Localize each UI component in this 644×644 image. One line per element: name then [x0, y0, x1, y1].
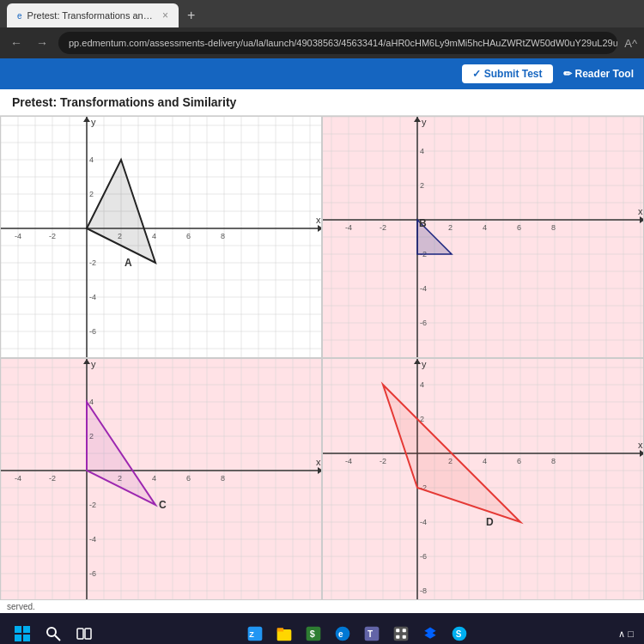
svg-text:Z: Z — [249, 630, 254, 639]
forward-button[interactable]: → — [33, 34, 52, 52]
new-tab-button[interactable]: + — [179, 3, 204, 27]
page-title-bar: Pretest: Transformations and Similarity — [0, 89, 644, 116]
svg-rect-3 — [23, 635, 30, 641]
reader-tool-label: Reader Tool — [575, 68, 634, 80]
graph-panel-c — [0, 358, 322, 600]
svg-rect-6 — [77, 629, 83, 639]
svg-rect-7 — [85, 629, 91, 639]
graphs-container — [0, 116, 644, 600]
svg-rect-11 — [277, 628, 284, 631]
taskbar-right: ∧ □ — [618, 629, 634, 640]
svg-rect-2 — [15, 635, 21, 641]
taskbar: Z $ e T — [0, 613, 644, 644]
coordinate-plane-b — [323, 117, 644, 357]
submit-test-label: Submit Test — [484, 68, 543, 80]
reserved-text: served. — [7, 602, 35, 611]
file-explorer-taskbar-icon[interactable] — [272, 622, 296, 644]
taskbar-left — [10, 622, 96, 644]
taskbar-time: ∧ □ — [618, 629, 634, 640]
coordinate-plane-c — [1, 359, 322, 599]
page-title: Pretest: Transformations and Similarity — [12, 95, 236, 109]
action-bar: ✓ Submit Test ✏ Reader Tool — [0, 58, 644, 89]
url-text: pp.edmentum.com/assessments-delivery/ua/… — [69, 38, 617, 48]
svg-line-5 — [55, 635, 60, 641]
coordinate-plane-d — [323, 359, 644, 599]
graph-panel-d — [322, 358, 644, 600]
graph-panel-b — [322, 116, 644, 358]
apps-taskbar-icon[interactable] — [389, 622, 413, 644]
svg-rect-21 — [396, 635, 399, 639]
svg-text:$: $ — [310, 629, 315, 639]
teams-taskbar-icon[interactable]: T — [360, 622, 384, 644]
svg-rect-1 — [23, 626, 30, 633]
address-bar: ← → pp.edmentum.com/assessments-delivery… — [0, 27, 644, 58]
svg-rect-22 — [403, 635, 406, 639]
svg-rect-0 — [15, 626, 21, 633]
svg-point-4 — [47, 628, 56, 636]
submit-icon: ✓ — [472, 68, 481, 80]
pencil-icon: ✏ — [563, 68, 572, 80]
reader-tool-button[interactable]: ✏ Reader Tool — [563, 68, 634, 80]
browser-chrome: e Pretest: Transformations and Sim × + ←… — [0, 0, 644, 89]
svg-text:T: T — [368, 629, 373, 639]
coordinate-plane-a — [1, 117, 322, 357]
tab-close-btn[interactable]: × — [162, 9, 168, 21]
svg-rect-20 — [403, 629, 406, 632]
zoom-taskbar-icon[interactable]: Z — [243, 622, 267, 644]
footer: served. — [0, 600, 644, 613]
graph-panel-a — [0, 116, 322, 358]
svg-rect-18 — [394, 627, 409, 641]
tab-label: Pretest: Transformations and Sim — [27, 10, 157, 21]
skype-taskbar-icon[interactable]: S — [447, 622, 471, 644]
svg-rect-19 — [396, 629, 399, 632]
dropbox-taskbar-icon[interactable] — [418, 622, 442, 644]
svg-text:e: e — [338, 629, 343, 639]
taskview-button[interactable] — [72, 622, 96, 644]
taskbar-center: Z $ e T — [243, 622, 471, 644]
active-tab[interactable]: e Pretest: Transformations and Sim × — [7, 3, 179, 27]
submit-test-button[interactable]: ✓ Submit Test — [462, 64, 553, 83]
currency-taskbar-icon[interactable]: $ — [301, 622, 325, 644]
windows-start-button[interactable] — [10, 622, 34, 644]
search-taskbar-button[interactable] — [41, 622, 65, 644]
tab-favicon: e — [17, 11, 22, 21]
svg-text:S: S — [456, 629, 462, 639]
svg-marker-24 — [424, 632, 435, 639]
tab-bar: e Pretest: Transformations and Sim × + — [0, 0, 644, 27]
url-input[interactable]: pp.edmentum.com/assessments-delivery/ua/… — [58, 32, 617, 54]
profile-icon: A^ — [624, 37, 637, 50]
edge-taskbar-icon[interactable]: e — [331, 622, 355, 644]
back-button[interactable]: ← — [7, 34, 26, 52]
